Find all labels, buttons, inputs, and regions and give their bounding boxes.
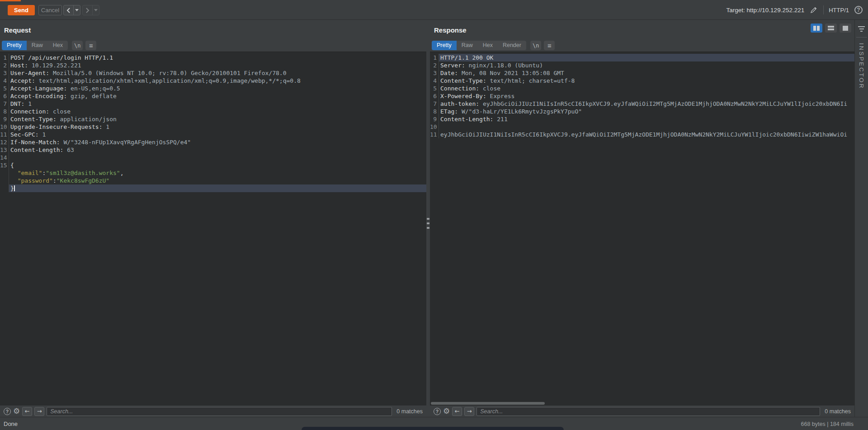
line-number: 6 bbox=[430, 92, 439, 100]
forward-button[interactable] bbox=[83, 5, 92, 15]
forward-dropdown-button[interactable] bbox=[92, 5, 99, 15]
search-settings-icon[interactable]: ⚙ bbox=[13, 407, 20, 415]
response-panel: Response PrettyRawHexRender \n ≡ 1HTTP/1… bbox=[430, 20, 854, 417]
target-url: http://10.129.252.221 bbox=[747, 7, 805, 14]
response-editor[interactable]: 1HTTP/1.1 200 OK2Server: nginx/1.18.0 (U… bbox=[430, 52, 854, 402]
panel-splitter[interactable] bbox=[426, 20, 430, 417]
tab-hex[interactable]: Hex bbox=[48, 41, 68, 50]
search-prev-button[interactable]: ← bbox=[22, 407, 32, 416]
code-line[interactable]: 1POST /api/user/login HTTP/1.1 bbox=[0, 54, 426, 61]
splitter-grip-icon bbox=[427, 218, 429, 229]
layout-columns-button[interactable] bbox=[811, 24, 822, 33]
code-line[interactable]: 12If-None-Match: W/"3248-nFUp1XavqYRgAFg… bbox=[0, 138, 426, 146]
code-line[interactable]: "email":"sm1l3z@dasith.works", bbox=[0, 169, 426, 177]
columns-icon bbox=[813, 26, 816, 31]
code-line[interactable]: 6Accept-Encoding: gzip, deflate bbox=[0, 92, 426, 100]
history-back-group bbox=[63, 5, 80, 15]
line-number: 1 bbox=[430, 54, 439, 61]
editor-menu-button[interactable]: ≡ bbox=[544, 41, 555, 50]
line-number: 5 bbox=[0, 85, 9, 92]
inspector-sidebar[interactable]: INSPECTOR bbox=[854, 20, 868, 417]
response-hscrollbar[interactable] bbox=[430, 402, 854, 405]
bottom-popup-edge bbox=[302, 427, 564, 430]
newline-toggle-button[interactable]: \n bbox=[530, 41, 541, 50]
line-number: 9 bbox=[0, 115, 9, 123]
inspector-filter-icon[interactable] bbox=[858, 26, 865, 32]
response-search-matches: 0 matches bbox=[825, 408, 851, 415]
code-line[interactable]: 6X-Powered-By: Express bbox=[430, 92, 854, 100]
chevron-left-icon bbox=[66, 8, 71, 13]
code-line[interactable]: 15{ bbox=[0, 161, 426, 169]
hscrollbar-thumb[interactable] bbox=[431, 402, 545, 405]
code-line[interactable]: 2Server: nginx/1.18.0 (Ubuntu) bbox=[430, 61, 854, 69]
code-line[interactable]: 3User-Agent: Mozilla/5.0 (Windows NT 10.… bbox=[0, 69, 426, 77]
code-line[interactable]: 2Host: 10.129.252.221 bbox=[0, 61, 426, 69]
search-next-button[interactable]: → bbox=[464, 407, 474, 416]
request-panel: Request PrettyRawHex \n ≡ 1POST /api/use… bbox=[0, 20, 426, 417]
code-line[interactable]: 10Upgrade-Insecure-Requests: 1 bbox=[0, 123, 426, 131]
request-editor[interactable]: 1POST /api/user/login HTTP/1.12Host: 10.… bbox=[0, 52, 426, 405]
search-help-icon[interactable]: ? bbox=[434, 408, 441, 415]
status-bar: Done 668 bytes | 184 millis bbox=[0, 417, 868, 430]
layout-rows-button[interactable] bbox=[825, 24, 837, 33]
code-line[interactable]: 13Content-Length: 63 bbox=[0, 146, 426, 154]
tab-raw[interactable]: Raw bbox=[27, 41, 48, 50]
line-number: 6 bbox=[0, 92, 9, 100]
text-cursor bbox=[14, 185, 15, 191]
response-search-input[interactable] bbox=[476, 407, 820, 416]
tab-pretty[interactable]: Pretty bbox=[2, 41, 27, 50]
search-settings-icon[interactable]: ⚙ bbox=[443, 407, 450, 415]
back-button[interactable] bbox=[64, 5, 73, 15]
code-line[interactable]: 4Content-Type: text/html; charset=utf-8 bbox=[430, 77, 854, 85]
layout-single-button[interactable] bbox=[840, 24, 851, 33]
code-line[interactable]: 1HTTP/1.1 200 OK bbox=[430, 54, 854, 61]
back-dropdown-button[interactable] bbox=[73, 5, 80, 15]
response-search-bar: ? ⚙ ← → 0 matches bbox=[430, 405, 854, 417]
inspector-label[interactable]: INSPECTOR bbox=[858, 43, 865, 90]
request-search-input[interactable] bbox=[47, 407, 392, 416]
request-search-matches: 0 matches bbox=[396, 408, 423, 415]
edit-target-icon[interactable] bbox=[810, 6, 817, 14]
search-next-button[interactable]: → bbox=[34, 407, 44, 416]
code-line[interactable]: } bbox=[0, 184, 426, 192]
line-number: 13 bbox=[0, 146, 9, 154]
line-number: 2 bbox=[0, 61, 9, 69]
code-line[interactable]: 11eyJhbGciOiJIUzI1NiIsInR5cCI6IkpXVCJ9.e… bbox=[430, 131, 854, 138]
tab-pretty[interactable]: Pretty bbox=[432, 41, 457, 50]
search-help-icon[interactable]: ? bbox=[4, 408, 11, 415]
http-version-label[interactable]: HTTP/1 bbox=[829, 7, 849, 14]
top-toolbar: Send Cancel Target: http://10.129.252.22… bbox=[0, 0, 868, 20]
code-line[interactable]: 9Content-Length: 211 bbox=[430, 115, 854, 123]
line-number: 5 bbox=[430, 85, 439, 92]
tab-render[interactable]: Render bbox=[498, 41, 526, 50]
history-forward-group bbox=[82, 5, 99, 15]
code-line[interactable]: 7DNT: 1 bbox=[0, 100, 426, 108]
code-line[interactable]: 8Connection: close bbox=[0, 108, 426, 115]
newline-toggle-button[interactable]: \n bbox=[72, 41, 83, 50]
inspector-separator bbox=[856, 37, 867, 38]
code-line[interactable]: 4Accept: text/html,application/xhtml+xml… bbox=[0, 77, 426, 85]
line-number: 15 bbox=[0, 161, 9, 169]
help-icon[interactable]: ? bbox=[854, 6, 863, 14]
status-metrics: 668 bytes | 184 millis bbox=[801, 421, 854, 427]
tab-hex[interactable]: Hex bbox=[478, 41, 498, 50]
tab-raw[interactable]: Raw bbox=[457, 41, 478, 50]
code-line[interactable]: 14 bbox=[0, 154, 426, 161]
line-number: 3 bbox=[430, 69, 439, 77]
code-line[interactable]: 11Sec-GPC: 1 bbox=[0, 131, 426, 138]
code-line[interactable]: 10 bbox=[430, 123, 854, 131]
request-search-bar: ? ⚙ ← → 0 matches bbox=[0, 405, 426, 417]
send-button[interactable]: Send bbox=[8, 5, 35, 15]
code-line[interactable]: 3Date: Mon, 08 Nov 2021 13:05:08 GMT bbox=[430, 69, 854, 77]
code-line[interactable]: 5Connection: close bbox=[430, 85, 854, 92]
repeater-tab-accent bbox=[0, 0, 21, 1]
editor-menu-button[interactable]: ≡ bbox=[85, 41, 96, 50]
code-line[interactable]: 5Accept-Language: en-US,en;q=0.5 bbox=[0, 85, 426, 92]
chevron-down-icon bbox=[94, 9, 98, 11]
code-line[interactable]: 8ETag: W/"d3-haLr/YE1Lk6RmytvJzgsPkY7puO… bbox=[430, 108, 854, 115]
code-line[interactable]: 9Content-Type: application/json bbox=[0, 115, 426, 123]
code-line[interactable]: 7auth-token: eyJhbGciOiJIUzI1NiIsInR5cCI… bbox=[430, 100, 854, 108]
search-prev-button[interactable]: ← bbox=[452, 407, 462, 416]
code-line[interactable]: "password":"Kekc8swFgD6zU" bbox=[0, 177, 426, 184]
cancel-button[interactable]: Cancel bbox=[38, 5, 62, 15]
